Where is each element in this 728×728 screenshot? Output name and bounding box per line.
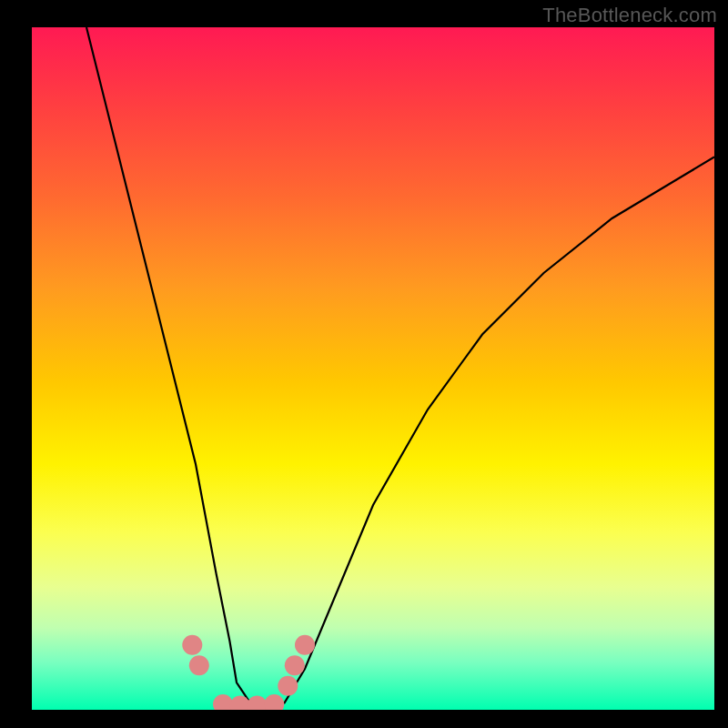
chart-markers: [182, 635, 315, 710]
chart-marker: [213, 694, 233, 710]
chart-plot-area: [32, 27, 714, 710]
chart-marker: [264, 694, 284, 710]
chart-marker: [295, 635, 315, 655]
bottleneck-curve: [86, 27, 714, 706]
chart-marker: [189, 655, 209, 675]
chart-marker: [230, 696, 250, 711]
chart-marker: [285, 655, 305, 675]
chart-marker: [278, 676, 298, 696]
watermark-text: TheBottleneck.com: [542, 4, 717, 27]
chart-marker: [182, 635, 202, 655]
chart-frame: TheBottleneck.com: [0, 0, 728, 728]
chart-marker: [248, 696, 268, 711]
chart-svg: [32, 27, 714, 710]
